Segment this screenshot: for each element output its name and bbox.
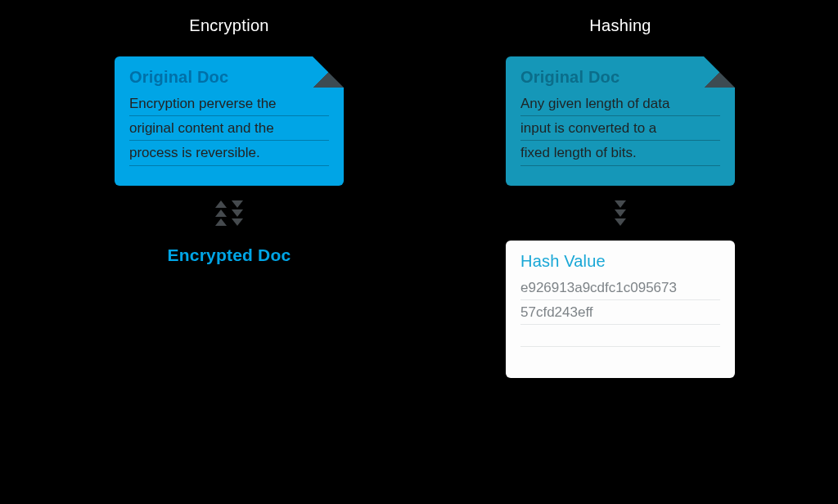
hash-line: e926913a9cdfc1c095673 [520,276,720,300]
doc-line: process is reversible. [129,141,329,165]
original-doc-hashing: Original Doc Any given length of data in… [506,56,735,186]
doc-body: Any given length of data input is conver… [520,92,720,166]
doc-title: Original Doc [129,68,329,87]
down-arrows [232,200,243,226]
page-fold-icon [313,56,344,88]
up-arrows [215,200,227,226]
hash-line: 57cfd243eff [520,300,720,325]
encryption-title: Encryption [189,16,269,35]
page-fold-icon [704,56,735,88]
hash-value-doc: Hash Value e926913a9cdfc1c095673 57cfd24… [506,241,735,378]
doc-line: input is converted to a [520,116,720,141]
doc-line: fixed length of bits. [520,141,720,165]
doc-line: Any given length of data [520,92,720,116]
encrypted-doc-label: Encrypted Doc [168,245,291,265]
down-arrows [615,200,626,226]
doc-line: Encryption perverse the [129,92,329,116]
original-doc-encryption: Original Doc Encryption perverse the ori… [115,56,344,186]
hashing-column: Hashing Original Doc Any given length of… [465,16,776,378]
down-arrow-icon [615,200,626,226]
doc-body: e926913a9cdfc1c095673 57cfd243eff [520,276,720,347]
doc-body: Encryption perverse the original content… [129,92,329,166]
doc-line: original content and the [129,116,329,141]
doc-title: Hash Value [520,252,720,271]
hash-line [520,325,720,347]
encryption-column: Encryption Original Doc Encryption perve… [74,16,385,265]
hashing-title: Hashing [589,16,651,35]
bidirectional-arrow-icon [215,200,243,226]
doc-title: Original Doc [520,68,720,87]
